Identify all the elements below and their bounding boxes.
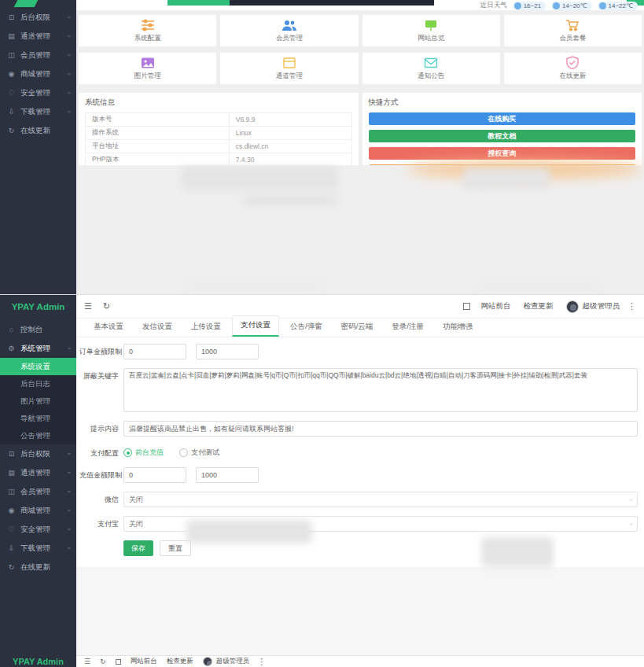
sidebar-item-security-mgmt[interactable]: ♡安全管理› xyxy=(0,83,76,102)
reset-button[interactable]: 重置 xyxy=(160,540,191,556)
sidebar-item-dashboard[interactable]: ⌂控制台 xyxy=(0,320,76,339)
download-icon: ⇩ xyxy=(6,108,17,116)
submenu-item-notice-mgmt[interactable]: 公告管理 xyxy=(0,427,76,444)
recharge-max-input[interactable] xyxy=(196,467,259,483)
member-icon: ◫ xyxy=(6,51,17,59)
username[interactable]: 超级管理员 xyxy=(216,657,250,666)
avatar[interactable] xyxy=(566,300,579,313)
chevron-down-icon: › xyxy=(627,499,635,501)
permissions-icon: ⊡ xyxy=(6,450,17,458)
sidebar-item-download-mgmt[interactable]: ⇩下载管理› xyxy=(0,102,76,121)
buy-online-button[interactable]: 在线购买 xyxy=(369,112,636,125)
sidebar-item-backend-permissions[interactable]: ⊡后台权限› xyxy=(0,8,76,27)
tab-notice-popup[interactable]: 公告/弹窗 xyxy=(282,318,330,337)
billboard-icon xyxy=(423,19,439,31)
tab-enhance[interactable]: 功能增强 xyxy=(435,318,480,337)
shield-check-icon xyxy=(565,56,580,69)
card-online-update[interactable]: 在线更新 xyxy=(504,53,642,84)
wechat-select[interactable]: 关闭› xyxy=(123,492,638,507)
check-update-link[interactable]: 检查更新 xyxy=(167,657,193,666)
submenu-item-nav-mgmt[interactable]: 导航管理 xyxy=(0,410,76,427)
users-icon xyxy=(282,19,297,31)
avatar[interactable] xyxy=(203,657,212,666)
card-image-mgmt[interactable]: 图片管理 xyxy=(79,53,216,84)
sidebar-item-online-update[interactable]: ↻在线更新 xyxy=(0,558,76,577)
mall-icon: ◉ xyxy=(6,507,17,514)
sidebar-item-security-mgmt[interactable]: ♡安全管理› xyxy=(0,520,76,539)
settings-tabs: 基本设置 发信设置 上传设置 支付设置 公告/弹窗 密码/云端 登录/注册 功能… xyxy=(76,319,644,337)
order-min-input[interactable] xyxy=(123,344,186,359)
tip-content-input[interactable] xyxy=(123,421,638,437)
fullscreen-icon[interactable] xyxy=(463,303,470,310)
logo-wedge xyxy=(14,0,39,7)
menu-toggle-icon[interactable]: ☰ xyxy=(84,301,92,311)
order-max-input[interactable] xyxy=(196,344,259,359)
sidebar-item-online-update[interactable]: ↻在线更新 xyxy=(0,121,76,140)
fullscreen-icon[interactable] xyxy=(116,659,121,665)
sidebar-item-member-mgmt[interactable]: ◫会员管理› xyxy=(0,482,76,501)
radio-pay-test[interactable]: 支付测试 xyxy=(179,448,219,458)
table-row: PHP版本7.4.30 xyxy=(86,153,352,166)
tab-upload[interactable]: 上传设置 xyxy=(183,318,229,337)
tab-payment[interactable]: 支付设置 xyxy=(232,315,279,337)
sidebar-item-mall-mgmt[interactable]: ◉商城管理› xyxy=(0,501,76,520)
sidebar-item-system-mgmt[interactable]: ⚙系统管理› xyxy=(0,339,76,358)
sliders-icon xyxy=(140,19,156,31)
sidebar-item-channel-mgmt[interactable]: ▤通道管理› xyxy=(0,463,76,482)
chevron-down-icon: › xyxy=(65,510,73,512)
system-submenu: 系统设置 后台日志 图片管理 导航管理 公告管理 xyxy=(0,358,76,444)
table-row: 版本号V6.9.9 xyxy=(86,113,352,127)
menu-toggle-icon[interactable]: ☰ xyxy=(84,658,90,665)
system-info-title: 系统信息 xyxy=(85,98,352,108)
submenu-item-image-mgmt[interactable]: 图片管理 xyxy=(0,392,76,410)
download-icon: ⇩ xyxy=(6,544,17,552)
sidebar-item-channel-mgmt[interactable]: ▤通道管理› xyxy=(0,27,76,46)
window-icon xyxy=(282,57,297,69)
submenu-item-system-settings[interactable]: 系统设置 xyxy=(0,358,76,375)
weather-badge: 14~20℃ xyxy=(551,2,591,10)
tab-mail[interactable]: 发信设置 xyxy=(134,318,180,337)
recharge-min-input[interactable] xyxy=(123,467,186,483)
card-notice[interactable]: 通知公告 xyxy=(362,53,500,84)
form-row-pay-config: 支付配置 前台充值 支付测试 xyxy=(79,445,641,459)
refresh-icon[interactable]: ↻ xyxy=(100,658,106,665)
image-icon xyxy=(140,57,156,69)
sidebar-top: ⊡后台权限› ▤通道管理› ◫会员管理› ◉商城管理› ♡安全管理› ⇩下载管理… xyxy=(0,0,76,294)
chevron-up-icon: › xyxy=(65,348,73,350)
radio-front-recharge[interactable]: 前台充值 xyxy=(123,448,164,458)
save-button[interactable]: 保存 xyxy=(123,540,153,556)
refresh-icon[interactable]: ↻ xyxy=(103,301,110,311)
card-site-overview[interactable]: 网站总览 xyxy=(362,15,500,46)
tutorial-docs-button[interactable]: 教程文档 xyxy=(369,130,636,142)
license-query-button[interactable]: 授权查询 xyxy=(369,147,636,160)
card-member-plans[interactable]: 会员套餐 xyxy=(504,15,642,46)
sidebar-item-download-mgmt[interactable]: ⇩下载管理› xyxy=(0,539,76,558)
username[interactable]: 超级管理员 xyxy=(583,301,620,311)
chevron-down-icon: › xyxy=(65,529,73,531)
card-system-config[interactable]: 系统配置 xyxy=(79,15,216,46)
form-row-alipay: 支付宝 关闭› xyxy=(79,516,641,532)
site-front-link[interactable]: 网站前台 xyxy=(481,301,511,311)
strip-segment xyxy=(167,0,230,6)
watermark-blur xyxy=(463,168,550,189)
blocked-keywords-textarea[interactable]: 百度云|蓝奏|云盘|点卡|回血|萝莉|萝莉|网盘|账号|q币|Q币|扣币|qq币… xyxy=(123,368,638,412)
chevron-down-icon: › xyxy=(65,453,73,455)
tab-password-cloud[interactable]: 密码/云端 xyxy=(333,318,381,337)
more-menu-icon[interactable]: ⋮ xyxy=(257,657,266,667)
card-member-mgmt[interactable]: 会员管理 xyxy=(220,15,358,46)
more-menu-icon[interactable]: ⋮ xyxy=(627,301,636,311)
cart-icon xyxy=(565,19,580,31)
watermark-blur xyxy=(243,195,337,206)
form-row-recharge-limit: 充值金额限制 xyxy=(79,467,641,483)
tab-login-register[interactable]: 登录/注册 xyxy=(384,318,432,337)
card-channel-mgmt[interactable]: 通道管理 xyxy=(220,53,358,84)
watermark-blur xyxy=(181,167,338,190)
system-info-table: 版本号V6.9.9 操作系统Linux 平台地址cs.dlewl.cn PHP版… xyxy=(85,112,352,165)
sidebar-item-backend-permissions[interactable]: ⊡后台权限› xyxy=(0,444,76,463)
check-update-link[interactable]: 检查更新 xyxy=(524,301,554,311)
sidebar-item-member-mgmt[interactable]: ◫会员管理› xyxy=(0,46,76,64)
site-front-link[interactable]: 网站前台 xyxy=(131,657,157,666)
sidebar-item-mall-mgmt[interactable]: ◉商城管理› xyxy=(0,64,76,83)
submenu-item-backend-logs[interactable]: 后台日志 xyxy=(0,375,76,392)
tab-basic[interactable]: 基本设置 xyxy=(86,318,131,337)
